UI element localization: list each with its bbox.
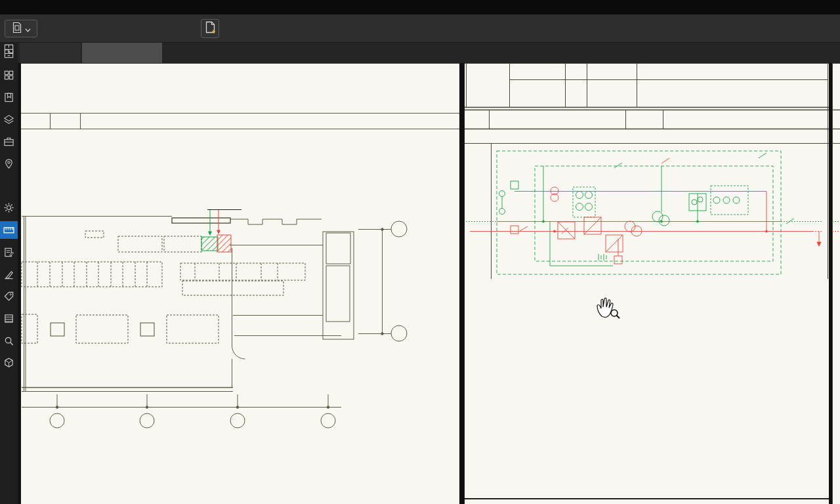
tab-overlay[interactable] — [82, 43, 162, 63]
studio-icon[interactable] — [3, 268, 15, 281]
spaces-icon[interactable] — [3, 43, 15, 55]
toolbar — [0, 14, 840, 43]
floor-plan — [21, 63, 459, 504]
sheet-top-tables — [465, 63, 829, 144]
3d-model-icon[interactable] — [3, 356, 15, 369]
new-page-icon — [205, 21, 216, 37]
drawing-canvas-right[interactable] — [465, 63, 829, 504]
tab-bar — [0, 43, 840, 63]
bookmarks-icon[interactable] — [3, 91, 15, 104]
document-icon — [12, 22, 22, 36]
layers-icon[interactable] — [3, 114, 15, 126]
tab-drawing-a[interactable] — [20, 43, 81, 63]
add-page-button[interactable] — [201, 19, 219, 38]
stacks-icon[interactable] — [3, 312, 15, 325]
walls — [22, 217, 354, 392]
tag-icon[interactable] — [3, 290, 15, 303]
ups-schematic — [465, 144, 829, 279]
places-icon[interactable] — [3, 158, 15, 170]
thumbnails-icon[interactable] — [3, 69, 15, 81]
sheet-bottom-border — [465, 498, 829, 499]
drawing-canvas-left[interactable] — [21, 63, 459, 504]
search-icon[interactable] — [3, 335, 15, 347]
page-gap — [459, 63, 465, 504]
updated-panel-red-hatch — [217, 235, 231, 252]
tool-chest-icon[interactable] — [3, 135, 15, 148]
solid-equipment — [51, 323, 154, 336]
drawing-canvas-next-sheet[interactable] — [832, 63, 840, 504]
title-block — [21, 113, 459, 129]
page-template-button[interactable] — [5, 20, 37, 37]
menu-bar — [0, 0, 840, 14]
updated-panel-green-hatch — [201, 237, 218, 251]
chevron-down-icon — [25, 23, 31, 35]
settings-icon[interactable] — [3, 201, 15, 214]
sidebar — [0, 43, 18, 504]
dimensions — [22, 221, 407, 428]
markups-list-icon[interactable] — [3, 246, 15, 259]
measurements-icon[interactable] — [0, 221, 18, 239]
